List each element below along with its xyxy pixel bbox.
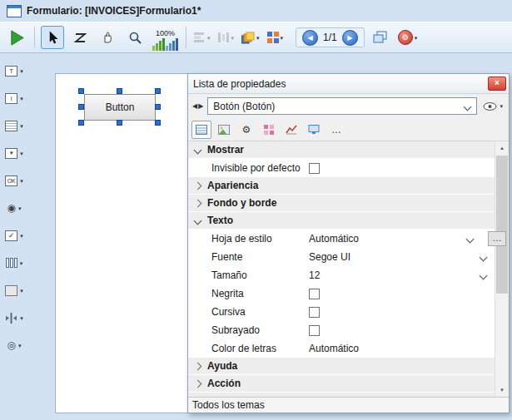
run-form-button[interactable] bbox=[5, 26, 28, 49]
tab-chart[interactable] bbox=[281, 121, 301, 139]
chevron-right-icon bbox=[194, 199, 202, 207]
chevron-down-icon: ▾ bbox=[231, 35, 235, 41]
form-button-object[interactable]: Button bbox=[84, 94, 156, 121]
distribute-icon bbox=[218, 32, 230, 42]
chevron-down-icon[interactable] bbox=[466, 235, 475, 244]
object-nav-arrows[interactable]: ◀ ▶ bbox=[192, 102, 203, 110]
tool-radio-button[interactable]: ◉ ▾ bbox=[2, 198, 27, 218]
property-value[interactable]: Automático bbox=[309, 343, 359, 354]
object-selector-combo[interactable]: Botón (Botón) bbox=[207, 97, 477, 115]
color-grid-dropdown[interactable]: ▾ bbox=[266, 32, 286, 43]
selection-handle-mid-right[interactable] bbox=[155, 104, 161, 110]
layers-dropdown[interactable]: ▾ bbox=[240, 32, 261, 44]
magnifier-icon bbox=[128, 31, 142, 45]
prev-object-icon[interactable]: ◀ bbox=[192, 102, 197, 110]
distribute-dropdown[interactable]: ▾ bbox=[216, 32, 236, 42]
next-page-button[interactable]: ▶ bbox=[342, 30, 358, 46]
selection-handle-top-left[interactable] bbox=[78, 88, 84, 94]
selection-handle-bottom-right[interactable] bbox=[155, 120, 161, 126]
tab-image[interactable] bbox=[214, 121, 234, 139]
section-texto[interactable]: Texto bbox=[188, 212, 495, 230]
section-label: Apariencia bbox=[207, 180, 258, 191]
negrita-checkbox[interactable] bbox=[309, 289, 320, 299]
tool-button-grid[interactable]: ▾ bbox=[2, 253, 27, 273]
align-dropdown[interactable]: ▾ bbox=[192, 32, 212, 42]
property-value[interactable]: Automático bbox=[309, 233, 359, 245]
section-label: Mostrar bbox=[207, 144, 244, 156]
selection-handle-top-center[interactable] bbox=[117, 88, 122, 94]
tab-screen[interactable] bbox=[304, 121, 324, 139]
next-object-icon[interactable]: ▶ bbox=[198, 102, 203, 110]
order-entry-tool-button[interactable] bbox=[68, 26, 92, 49]
selection-handle-bottom-left[interactable] bbox=[78, 120, 84, 126]
palette-scrollbar[interactable]: ▲ ▼ bbox=[495, 141, 509, 397]
cursiva-checkbox[interactable] bbox=[309, 307, 320, 318]
chevron-down-icon[interactable] bbox=[480, 254, 488, 262]
object-selector-row: ◀ ▶ Botón (Botón) ▾ bbox=[188, 94, 509, 118]
tab-style[interactable] bbox=[259, 121, 279, 139]
tool-button[interactable]: OK ▾ bbox=[2, 170, 27, 190]
selection-handle-bottom-center[interactable] bbox=[117, 120, 122, 126]
view-options-dropdown[interactable]: ▾ bbox=[481, 102, 505, 111]
property-row-negrita: Negrita bbox=[188, 284, 495, 303]
stylesheet-ellipsis-button[interactable]: … bbox=[488, 231, 506, 246]
tool-rectangle[interactable]: ▾ bbox=[2, 280, 27, 300]
section-fondo-y-borde[interactable]: Fondo y borde bbox=[188, 195, 495, 212]
section-accion[interactable]: Acción bbox=[188, 375, 495, 393]
section-label: Acción bbox=[207, 378, 241, 389]
toolbar-separator bbox=[34, 27, 35, 48]
zoom-tool-button[interactable] bbox=[123, 26, 147, 49]
scroll-up-icon[interactable]: ▲ bbox=[495, 141, 509, 155]
gear-icon: ⚙ bbox=[242, 125, 251, 135]
chevron-down-icon: ▾ bbox=[20, 123, 23, 129]
cursor-icon bbox=[47, 30, 59, 45]
chevron-right-icon bbox=[194, 181, 202, 190]
scroll-down-icon[interactable]: ▼ bbox=[495, 383, 509, 397]
close-button[interactable]: × bbox=[488, 77, 506, 91]
section-mostrar[interactable]: Mostrar bbox=[188, 141, 495, 159]
tool-splitter[interactable]: ▾ bbox=[2, 308, 27, 328]
selection-handle-mid-left[interactable] bbox=[78, 104, 84, 110]
section-ayuda[interactable]: Ayuda bbox=[188, 358, 495, 375]
selection-handle-top-right[interactable] bbox=[155, 88, 161, 94]
invisible-checkbox[interactable] bbox=[309, 163, 320, 174]
chevron-down-icon: ▾ bbox=[207, 35, 211, 41]
section-apariencia[interactable]: Apariencia bbox=[188, 177, 495, 195]
chevron-down-icon bbox=[464, 103, 472, 111]
tool-combobox[interactable]: ▾ ▾ bbox=[2, 143, 27, 163]
palette-titlebar[interactable]: Lista de propiedades × bbox=[188, 74, 509, 94]
chevron-down-icon: ▾ bbox=[20, 288, 23, 294]
checkbox-tool-icon: ✓ bbox=[5, 230, 17, 241]
scrollbar-thumb[interactable] bbox=[496, 156, 508, 294]
tool-checkbox[interactable]: ✓ ▾ bbox=[2, 225, 27, 245]
zoom-level-widget[interactable]: 100% bbox=[152, 24, 178, 51]
select-tool-button[interactable] bbox=[41, 26, 64, 49]
chevron-down-icon[interactable] bbox=[480, 272, 488, 280]
tab-more[interactable]: … bbox=[326, 121, 346, 139]
property-value[interactable]: Segoe UI bbox=[309, 251, 350, 263]
tool-listbox[interactable]: ▾ bbox=[2, 116, 27, 136]
chevron-down-icon: ▾ bbox=[500, 103, 503, 109]
chevron-down-icon: ▾ bbox=[18, 205, 22, 211]
tab-settings[interactable]: ⚙ bbox=[236, 121, 256, 139]
monitor-icon bbox=[308, 125, 320, 135]
property-value[interactable]: 12 bbox=[309, 269, 320, 281]
form-window-icon bbox=[7, 5, 22, 17]
prev-page-button[interactable]: ◀ bbox=[302, 30, 318, 46]
property-label: Tamaño bbox=[188, 269, 309, 281]
plugin-tool-icon: ◎ bbox=[7, 340, 16, 350]
rectangle-tool-icon bbox=[5, 285, 17, 296]
tool-static-text[interactable]: T ▾ bbox=[2, 61, 27, 81]
tool-plugin-area[interactable]: ◎ ▾ bbox=[2, 335, 27, 355]
new-window-button[interactable] bbox=[369, 26, 392, 49]
tool-input-field[interactable]: I ▾ bbox=[2, 88, 27, 108]
hand-tool-button[interactable] bbox=[96, 26, 119, 49]
subrayado-checkbox[interactable] bbox=[309, 325, 320, 336]
section-eventos[interactable]: Eventos bbox=[188, 393, 495, 397]
tab-property-list[interactable] bbox=[191, 121, 211, 139]
page-navigator: ◀ 1/1 ▶ bbox=[296, 27, 365, 47]
listbox-tool-icon bbox=[5, 121, 17, 131]
input-tool-icon: I bbox=[5, 93, 17, 104]
image-icon bbox=[218, 125, 230, 135]
stop-dropdown[interactable]: ⚙ ▾ bbox=[396, 30, 420, 45]
